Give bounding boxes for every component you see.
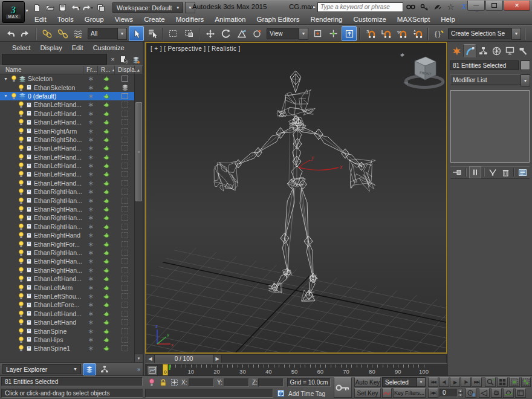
renderable-teapot-icon[interactable]: [103, 276, 110, 282]
redo-scene-button[interactable]: [18, 26, 33, 41]
column-name[interactable]: Name: [0, 66, 83, 74]
display-icon[interactable]: [122, 293, 128, 299]
explorer-mode-dropdown[interactable]: Layer Explorer▼: [2, 364, 81, 374]
visibility-bulb-icon[interactable]: [18, 301, 24, 308]
clear-search-icon[interactable]: ×: [109, 56, 117, 63]
minimize-button[interactable]: —: [467, 1, 485, 11]
key-mode-toggle-button[interactable]: |◀▶|: [428, 388, 438, 398]
visibility-bulb-icon[interactable]: [18, 118, 24, 126]
renderable-teapot-icon[interactable]: [103, 267, 110, 273]
display-icon[interactable]: [122, 232, 128, 238]
percent-snap-toggle-button[interactable]: %: [394, 26, 409, 41]
display-icon[interactable]: [122, 102, 128, 108]
list-item[interactable]: EthanLeftHand...∗: [0, 153, 135, 161]
menu-views[interactable]: Views: [109, 14, 138, 24]
list-item[interactable]: EthanLeftHand...∗: [0, 118, 135, 126]
menu-rendering[interactable]: Rendering: [305, 14, 348, 24]
list-item[interactable]: EthanSpine∗: [0, 326, 135, 335]
hierarchy-view-button[interactable]: [98, 363, 111, 375]
renderable-teapot-icon[interactable]: [103, 241, 110, 247]
frozen-icon[interactable]: ∗: [88, 180, 94, 186]
auto-key-button[interactable]: Auto Key: [354, 377, 381, 387]
list-item[interactable]: EthanRightHan...∗: [0, 222, 135, 231]
renderable-teapot-icon[interactable]: [103, 258, 110, 264]
list-item[interactable]: EthanRightHan...∗: [0, 213, 135, 222]
frozen-icon[interactable]: ∗: [88, 241, 94, 247]
visibility-bulb-icon[interactable]: [18, 128, 24, 135]
field-of-view-icon[interactable]: [479, 388, 490, 398]
renderable-teapot-icon[interactable]: [103, 171, 110, 177]
column-display[interactable]: Displa...: [115, 66, 135, 74]
menu-modifiers[interactable]: Modifiers: [170, 14, 210, 24]
tab-hierarchy[interactable]: [476, 44, 490, 57]
time-slider-handle[interactable]: 0 / 100: [155, 355, 213, 363]
frozen-icon[interactable]: ∗: [88, 345, 94, 351]
display-icon[interactable]: [122, 267, 128, 273]
visibility-bulb-icon[interactable]: [18, 188, 24, 195]
display-icon[interactable]: [122, 241, 128, 247]
tab-motion[interactable]: [490, 44, 504, 57]
frozen-icon[interactable]: ∗: [88, 224, 94, 230]
display-icon[interactable]: [122, 145, 128, 151]
renderable-teapot-icon[interactable]: [103, 345, 110, 351]
frozen-icon[interactable]: ∗: [88, 206, 94, 212]
renderable-teapot-icon[interactable]: [103, 111, 110, 117]
display-icon[interactable]: [122, 224, 128, 230]
snap-toggle-3d-button[interactable]: 3: [363, 26, 378, 41]
redo-dropdown-icon[interactable]: ▾: [91, 5, 92, 10]
explorer-search-input[interactable]: [2, 54, 107, 65]
redo-button[interactable]: ▾: [82, 2, 94, 13]
renderable-teapot-icon[interactable]: [103, 137, 110, 143]
list-item[interactable]: EthanLeftFore...∗: [0, 300, 135, 309]
list-item[interactable]: EthanRightHan...∗: [0, 187, 135, 196]
display-icon[interactable]: [122, 180, 128, 186]
angle-snap-toggle-button[interactable]: [378, 26, 394, 41]
visibility-bulb-icon[interactable]: [18, 162, 24, 169]
key-selection-dropdown[interactable]: Selected▼: [382, 377, 426, 387]
mini-curve-editor-button[interactable]: [147, 365, 158, 375]
communication-center-icon[interactable]: [432, 2, 443, 12]
menu-maxscript[interactable]: MAXScript: [392, 14, 435, 24]
edit-named-selection-sets-button[interactable]: { }: [431, 26, 446, 41]
set-keys-button[interactable]: [334, 377, 352, 398]
frozen-icon[interactable]: ∗: [88, 250, 94, 256]
frozen-icon[interactable]: ∗: [88, 76, 94, 82]
select-and-move-button[interactable]: [203, 26, 218, 41]
list-item[interactable]: EthanRightHan...∗: [0, 266, 135, 274]
app-menu-arrow-icon[interactable]: ▼: [25, 8, 29, 13]
display-icon[interactable]: [122, 154, 128, 160]
window-crossing-toggle-button[interactable]: [181, 26, 196, 41]
play-animation-button[interactable]: ▶: [450, 377, 460, 387]
project-folder-button[interactable]: [95, 2, 106, 13]
list-item[interactable]: EthanLeftHand...∗: [0, 274, 135, 283]
visibility-bulb-icon[interactable]: [18, 223, 24, 230]
bind-to-spacewarp-icon[interactable]: [71, 26, 86, 41]
visibility-bulb-icon[interactable]: [18, 275, 24, 282]
frozen-icon[interactable]: ∗: [88, 276, 94, 282]
menu-graph-editors[interactable]: Graph Editors: [251, 14, 305, 24]
add-time-tag-icon[interactable]: [276, 388, 285, 398]
frozen-icon[interactable]: ∗: [88, 163, 94, 169]
tab-display[interactable]: [504, 44, 517, 57]
layer-options-icon[interactable]: [131, 54, 141, 64]
renderable-teapot-icon[interactable]: [103, 328, 110, 334]
explorer-menu-edit[interactable]: Edit: [67, 44, 88, 51]
list-item[interactable]: EthanRightSho...∗: [0, 135, 135, 144]
zoom-extents-icon[interactable]: [509, 377, 520, 387]
display-icon[interactable]: [122, 319, 128, 325]
viewcube[interactable]: FRONT: [400, 53, 443, 88]
frozen-icon[interactable]: ∗: [88, 119, 94, 125]
viewport-canvas[interactable]: y x FRONT x y z: [146, 43, 446, 352]
expand-caret-icon[interactable]: ▼: [4, 77, 9, 81]
renderable-teapot-icon[interactable]: [103, 128, 110, 134]
frozen-icon[interactable]: ∗: [88, 93, 94, 99]
list-item[interactable]: EthanRightFor...∗: [0, 239, 135, 248]
frozen-icon[interactable]: ∗: [88, 328, 94, 334]
display-icon[interactable]: [122, 285, 128, 291]
perspective-viewport[interactable]: [ + ] [ Perspective ] [ Realistic ] y x …: [145, 42, 447, 354]
display-icon[interactable]: [122, 128, 128, 134]
frozen-icon[interactable]: ∗: [88, 102, 94, 108]
visibility-bulb-icon[interactable]: [18, 144, 24, 152]
frozen-icon[interactable]: ∗: [88, 171, 94, 177]
list-item[interactable]: EthanLeftHand∗: [0, 318, 135, 326]
